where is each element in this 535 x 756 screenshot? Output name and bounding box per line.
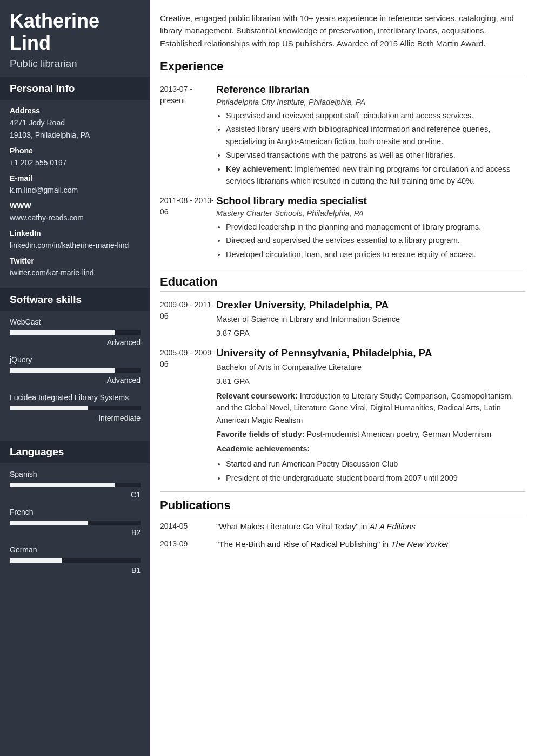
- software-skill-item: WebCastAdvanced: [10, 318, 141, 347]
- entry-row: 2005-09 - 2009-06University of Pennsylva…: [160, 347, 525, 484]
- publication-venue: ALA Editions: [370, 522, 416, 531]
- www-label: WWW: [10, 201, 141, 210]
- publications-heading: Publications: [160, 498, 525, 515]
- publication-venue: The New Yorker: [391, 539, 449, 549]
- email-label: E-mail: [10, 174, 141, 183]
- personal-info-body: Address 4271 Jody Road 19103, Philadelph…: [0, 100, 150, 288]
- skill-bar: [10, 330, 141, 335]
- job-title: Reference librarian: [216, 84, 525, 96]
- twitter-value: twitter.com/kat-marie-lind: [10, 267, 141, 279]
- skill-bar: [10, 483, 141, 487]
- language-name: Spanish: [10, 470, 141, 478]
- experience-block: 2013-07 - presentReference librarianPhil…: [160, 84, 525, 260]
- linkedin-label: LinkedIn: [10, 229, 141, 238]
- publication-title: "What Makes Literature Go Viral Today" i…: [216, 522, 370, 531]
- bullet-item: Supervised transactions with the patrons…: [226, 149, 525, 161]
- date-range: 2013-07 - present: [160, 84, 216, 187]
- language-item: SpanishC1: [10, 470, 141, 499]
- www-value: www.cathy-reads.com: [10, 212, 141, 224]
- achievement-item: Started and run American Poetry Discussi…: [226, 458, 525, 470]
- software-skill-level: Advanced: [10, 338, 141, 347]
- skill-bar: [10, 558, 141, 563]
- school-name: Drexler University, Philadelphia, PA: [216, 299, 525, 311]
- entry-row: 2013-09"The Re-Birth and Rise of Radical…: [160, 538, 525, 551]
- software-skills-heading: Software skills: [0, 288, 150, 311]
- software-skill-level: Intermediate: [10, 414, 141, 422]
- software-skill-name: jQuery: [10, 355, 141, 364]
- person-title: Public librarian: [10, 58, 141, 70]
- skill-bar-fill: [10, 558, 62, 563]
- main-content: Creative, engaged public librarian with …: [150, 0, 535, 756]
- software-skills-body: WebCastAdvancedjQueryAdvancedLucidea Int…: [0, 311, 150, 441]
- language-level: C1: [10, 490, 141, 499]
- language-item: GermanB1: [10, 545, 141, 575]
- bullet-item: Developed circulation, loan, and use pol…: [226, 248, 525, 260]
- language-name: German: [10, 545, 141, 554]
- education-entry: Drexler University, Philadelphia, PAMast…: [216, 299, 525, 340]
- coursework: Relevant coursework: Introduction to Lit…: [216, 390, 525, 426]
- software-skill-name: WebCast: [10, 318, 141, 326]
- favorites-text: Post-modernist American poetry, German M…: [305, 430, 491, 438]
- bullet-item: Key achievement: Implemented new trainin…: [226, 163, 525, 187]
- software-skill-item: Lucidea Integrated Library SystemsInterm…: [10, 393, 141, 422]
- bullet-list: Supervised and reviewed support staff: c…: [216, 110, 525, 187]
- education-entry: University of Pennsylvania, Philadelphia…: [216, 347, 525, 484]
- language-item: FrenchB2: [10, 508, 141, 537]
- publications-block: 2014-05"What Makes Literature Go Viral T…: [160, 521, 525, 550]
- experience-entry: Reference librarianPhiladelphia City Ins…: [216, 84, 525, 187]
- date-range: 2011-08 - 2013-06: [160, 195, 216, 260]
- skill-bar-fill: [10, 521, 88, 525]
- skill-bar: [10, 521, 141, 525]
- summary-text: Creative, engaged public librarian with …: [160, 12, 525, 50]
- date-range: 2014-05: [160, 521, 216, 533]
- bullet-item: Provided leadership in the planning and …: [226, 221, 525, 233]
- experience-heading: Experience: [160, 59, 525, 76]
- phone-value: +1 202 555 0197: [10, 157, 141, 168]
- address-line2: 19103, Philadelphia, PA: [10, 130, 141, 141]
- bullet-item: Directed and supervised the services ess…: [226, 234, 525, 246]
- gpa: 3.81 GPA: [216, 375, 525, 387]
- favorites-label: Favorite fields of study:: [216, 430, 305, 438]
- coursework-label: Relevant coursework:: [216, 392, 298, 400]
- education-heading: Education: [160, 275, 525, 292]
- gpa: 3.87 GPA: [216, 327, 525, 339]
- skill-bar-fill: [10, 406, 88, 410]
- languages-body: SpanishC1FrenchB2GermanB1: [0, 463, 150, 593]
- date-range: 2009-09 - 2011-06: [160, 299, 216, 340]
- languages-heading: Languages: [0, 441, 150, 463]
- date-range: 2013-09: [160, 538, 216, 551]
- employer: Philadelphia City Institute, Philadelphi…: [216, 98, 525, 106]
- phone-label: Phone: [10, 146, 141, 155]
- skill-bar: [10, 368, 141, 373]
- divider: [160, 268, 525, 268]
- software-skill-name: Lucidea Integrated Library Systems: [10, 393, 141, 402]
- entry-row: 2014-05"What Makes Literature Go Viral T…: [160, 521, 525, 533]
- entry-row: 2013-07 - presentReference librarianPhil…: [160, 84, 525, 187]
- skill-bar-fill: [10, 368, 115, 373]
- achievement-item: President of the undergraduate student b…: [226, 472, 525, 484]
- bullet-list: Provided leadership in the planning and …: [216, 221, 525, 260]
- bullet-item: Assisted library users with bibliographi…: [226, 123, 525, 147]
- resume-page: Katherine Lind Public librarian Personal…: [0, 0, 535, 756]
- achievements-list: Started and run American Poetry Discussi…: [216, 458, 525, 484]
- software-skill-level: Advanced: [10, 376, 141, 384]
- address-line1: 4271 Jody Road: [10, 117, 141, 129]
- publication-entry: "The Re-Birth and Rise of Radical Publis…: [216, 538, 525, 551]
- language-level: B1: [10, 566, 141, 575]
- twitter-label: Twitter: [10, 256, 141, 265]
- achievements-label: Academic achievements:: [216, 443, 525, 455]
- employer: Mastery Charter Schools, Philadelphia, P…: [216, 209, 525, 218]
- favorites: Favorite fields of study: Post-modernist…: [216, 428, 525, 440]
- date-range: 2005-09 - 2009-06: [160, 347, 216, 484]
- entry-row: 2011-08 - 2013-06School library media sp…: [160, 195, 525, 260]
- entry-row: 2009-09 - 2011-06Drexler University, Phi…: [160, 299, 525, 340]
- skill-bar-fill: [10, 483, 115, 487]
- publication-entry: "What Makes Literature Go Viral Today" i…: [216, 521, 525, 533]
- skill-bar-fill: [10, 330, 115, 335]
- bullet-item: Supervised and reviewed support staff: c…: [226, 110, 525, 122]
- skill-bar: [10, 406, 141, 410]
- linkedin-value: linkedin.com/in/katherine-marie-lind: [10, 240, 141, 251]
- key-achievement-label: Key achievement:: [226, 165, 292, 173]
- school-name: University of Pennsylvania, Philadelphia…: [216, 347, 525, 359]
- experience-entry: School library media specialistMastery C…: [216, 195, 525, 260]
